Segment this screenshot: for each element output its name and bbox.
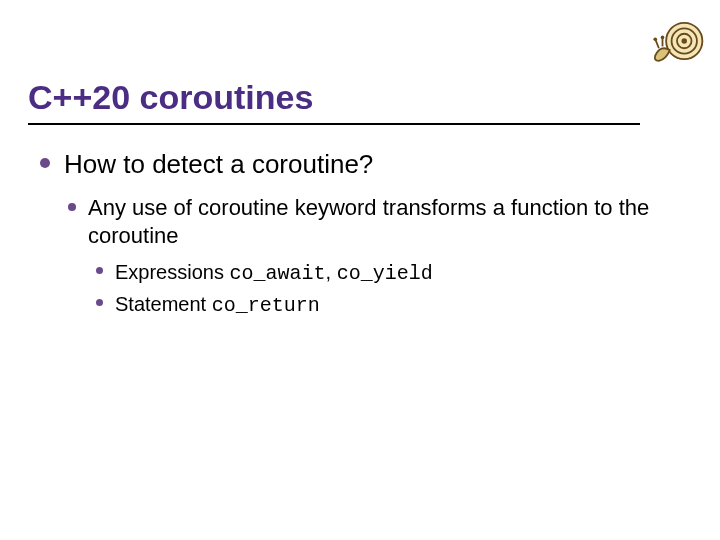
text-sep: , bbox=[326, 261, 337, 283]
list-item: Any use of coroutine keyword transforms … bbox=[68, 194, 680, 319]
slide-title: C++20 coroutines bbox=[28, 78, 640, 117]
svg-point-3 bbox=[653, 37, 657, 41]
bullet-text: How to detect a coroutine? bbox=[64, 148, 680, 182]
svg-point-1 bbox=[682, 38, 687, 43]
text-prefix: Expressions bbox=[115, 261, 230, 283]
bullet-text: Any use of coroutine keyword transforms … bbox=[88, 194, 680, 251]
slide: C++20 coroutines How to detect a corouti… bbox=[0, 0, 720, 540]
code-token: co_await bbox=[230, 262, 326, 285]
list-item: Statement co_return bbox=[96, 291, 680, 319]
slide-content: How to detect a coroutine? Any use of co… bbox=[40, 148, 680, 329]
code-token: co_yield bbox=[337, 262, 433, 285]
bullet-text: Expressions co_await, co_yield bbox=[115, 259, 680, 287]
bullet-icon bbox=[96, 267, 103, 274]
code-token: co_return bbox=[212, 294, 320, 317]
title-underline: C++20 coroutines bbox=[28, 78, 640, 125]
bullet-icon bbox=[96, 299, 103, 306]
svg-point-5 bbox=[661, 36, 665, 40]
text-prefix: Statement bbox=[115, 293, 212, 315]
list-item: Expressions co_await, co_yield bbox=[96, 259, 680, 287]
bullet-icon bbox=[40, 158, 50, 168]
bullet-icon bbox=[68, 203, 76, 211]
list-item: How to detect a coroutine? Any use of co… bbox=[40, 148, 680, 319]
snail-logo-icon bbox=[648, 12, 706, 70]
bullet-text: Statement co_return bbox=[115, 291, 680, 319]
